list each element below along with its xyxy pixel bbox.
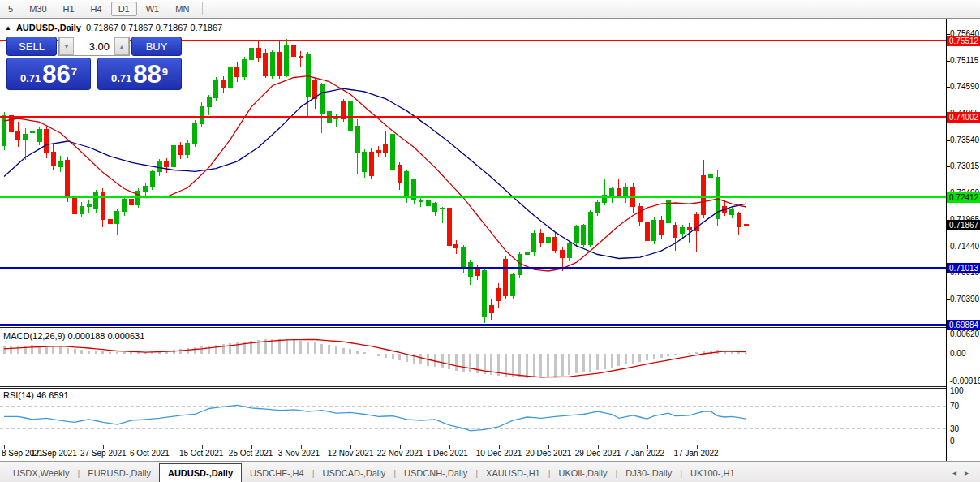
macd-label: MACD(12,26,9) 0.000188 0.000631 [3, 331, 144, 341]
price-level-tag: 0.75512 [947, 36, 980, 46]
candle-body [405, 172, 409, 198]
rsi-canvas [0, 389, 946, 445]
volume-input[interactable]: 3.00 [74, 37, 114, 55]
candle-body [320, 84, 324, 113]
rsi-axis-label: 30 [950, 424, 959, 433]
time-axis-label: 3 Nov 2021 [278, 449, 320, 458]
timeframe-button-h1[interactable]: H1 [56, 2, 82, 16]
chart-tab-usdchf-h4[interactable]: USDCHF-,H4 [242, 464, 312, 482]
toolbar-separator [202, 2, 203, 15]
collapse-chart-icon[interactable]: ▲ [5, 24, 11, 32]
candle-body [539, 233, 543, 243]
time-axis-label: 22 Nov 2021 [377, 449, 423, 458]
macd-axis-label: 0.00 [950, 349, 965, 358]
time-axis-label: 6 Oct 2021 [130, 449, 170, 458]
candle-body [687, 227, 691, 229]
volume-stepper: ▼ 3.00 ▲ [58, 37, 130, 56]
volume-increase-icon[interactable]: ▲ [114, 37, 129, 55]
candle-body [115, 212, 119, 224]
buy-button[interactable]: BUY [131, 37, 182, 56]
chart-tab-usdcnh-daily[interactable]: USDCNH-,Daily [396, 464, 475, 482]
candle-body [532, 233, 536, 252]
buy-price-panel[interactable]: 0.71 88 9 [97, 58, 182, 90]
macd-indicator-panel[interactable]: MACD(12,26,9) 0.000188 0.000631 [0, 329, 946, 386]
candle-body [221, 81, 226, 87]
chart-title: ▲ AUDUSD-,Daily 0.71867 0.71867 0.71867 … [5, 23, 222, 32]
macd-axis-label: -0.009197 [950, 377, 980, 385]
candle-body [299, 56, 303, 58]
candle-body [567, 243, 571, 258]
candle-body [398, 166, 402, 183]
candle-body [264, 53, 268, 76]
candle-body [702, 176, 706, 215]
rsi-indicator-panel[interactable]: RSI(14) 46.6591 [0, 389, 946, 445]
candle-body [660, 220, 664, 234]
price-axis-tick-label: 0.73540 [950, 136, 979, 144]
price-level-tag: 0.71867 [947, 220, 980, 230]
price-axis[interactable]: 0.756400.751150.745900.740650.735400.730… [946, 19, 980, 461]
macd-signal-line [4, 340, 746, 377]
candle-body [9, 116, 13, 131]
candle-body [24, 134, 28, 139]
timeframe-button-5[interactable]: 5 [1, 2, 20, 16]
candle-body [80, 206, 84, 213]
candle-body [228, 67, 232, 87]
candle-body [468, 262, 472, 276]
price-level-tag: 0.74002 [947, 112, 980, 123]
candle-body [270, 52, 274, 75]
time-axis-label: 12 Nov 2021 [328, 449, 374, 458]
time-axis-label: 27 Sep 2021 [80, 449, 127, 458]
candle-body [207, 97, 211, 106]
candle-body [462, 247, 466, 269]
candle-body [419, 200, 423, 201]
candle-body [737, 214, 741, 227]
time-axis-label: 7 Jan 2022 [625, 449, 665, 458]
candle-body [561, 251, 565, 258]
chart-tab-dj30-daily[interactable]: DJ30-,Daily [617, 464, 680, 482]
candle-body [66, 160, 70, 197]
candle-body [511, 274, 515, 295]
chart-tab-ukoil-daily[interactable]: UKOil-,Daily [551, 464, 616, 482]
timeframe-button-d1[interactable]: D1 [111, 2, 137, 16]
candle-body [483, 270, 487, 316]
chart-tab-eurusd-daily[interactable]: EURUSD-,Daily [80, 464, 159, 482]
timeframe-button-h4[interactable]: H4 [84, 2, 110, 16]
candle-body [58, 161, 62, 166]
candle-body [730, 209, 734, 215]
candle-body [292, 46, 296, 56]
chart-tab-uk100-h1[interactable]: UK100-,H1 [682, 464, 742, 482]
timeframe-button-w1[interactable]: W1 [139, 2, 167, 16]
timeframe-button-mn[interactable]: MN [168, 2, 196, 16]
candle-body [595, 202, 600, 212]
macd-axis-label: 0.006201 [950, 329, 980, 338]
candle-body [200, 106, 204, 124]
chart-tab-audusd-daily[interactable]: AUDUSD-,Daily [159, 463, 242, 482]
chart-tab-usdcad-daily[interactable]: USDCAD-,Daily [315, 464, 394, 482]
candle-body [243, 60, 247, 77]
tabs-scroll-left-icon[interactable]: ◂ [952, 468, 956, 477]
candle-body [546, 237, 550, 243]
chart-tab-usdx-weekly[interactable]: USDX,Weekly [5, 464, 77, 482]
volume-decrease-icon[interactable]: ▼ [59, 37, 74, 55]
candle-body [87, 204, 91, 206]
candle-body [165, 162, 169, 167]
sell-price-pips: 86 [42, 62, 70, 87]
candle-body [334, 118, 338, 118]
timeframe-button-m30[interactable]: M30 [22, 2, 54, 16]
candle-body [214, 81, 218, 98]
time-axis-label: 15 Oct 2021 [179, 449, 223, 458]
sell-price-panel[interactable]: 0.71 86 7 [6, 58, 91, 90]
candle-body [496, 288, 501, 301]
candle-body [144, 186, 148, 191]
candle-body [624, 187, 628, 195]
sell-button[interactable]: SELL [6, 37, 57, 56]
candle-body [447, 208, 451, 245]
candle-body [348, 101, 352, 130]
chart-tab-xauusd-h1[interactable]: XAUUSD-,H1 [478, 464, 548, 482]
time-axis[interactable]: 8 Sep 202117 Sep 202127 Sep 20216 Oct 20… [0, 445, 946, 461]
candle-body [94, 192, 98, 209]
tabs-scroll-right-icon[interactable]: ▸ [965, 468, 969, 477]
candle-body [73, 197, 77, 213]
candle-body [454, 244, 458, 247]
candle-body [256, 48, 260, 57]
